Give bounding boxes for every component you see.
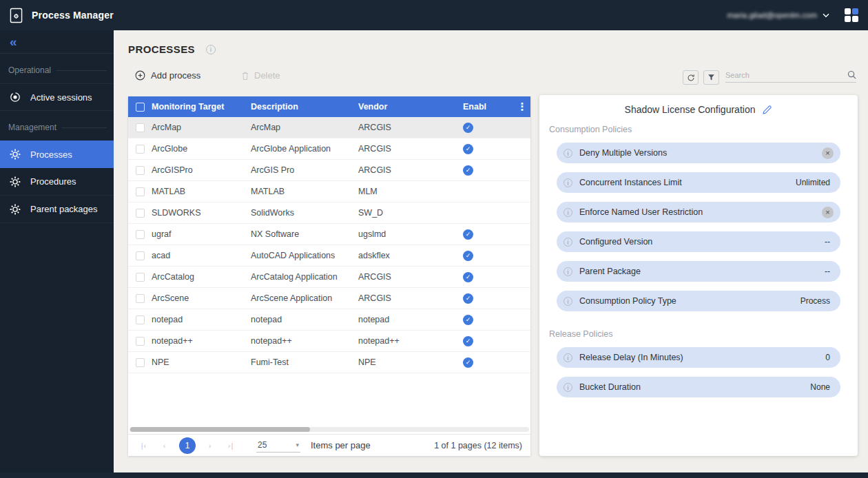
apps-grid-icon[interactable]: [845, 8, 858, 22]
search-input[interactable]: [725, 71, 847, 79]
next-page-button[interactable]: ›: [200, 441, 220, 450]
row-checkbox[interactable]: [136, 123, 145, 132]
cell-vendor: SW_D: [358, 208, 463, 218]
sidebar-item-parent-packages[interactable]: Parent packages: [0, 196, 114, 223]
delete-button[interactable]: Delete: [241, 70, 280, 81]
cell-enabled: ✓: [463, 357, 530, 368]
cell-enabled: ✓: [463, 229, 530, 240]
search-icon[interactable]: [847, 70, 856, 79]
enabled-check-icon: ✓: [463, 229, 473, 240]
last-page-button[interactable]: ›|: [220, 441, 241, 450]
policy-value: 0: [825, 353, 830, 362]
table-row[interactable]: ugrafNX Softwareugslmd✓: [128, 224, 530, 245]
items-per-page-label: Items per page: [311, 440, 371, 450]
info-icon[interactable]: i: [564, 383, 572, 392]
column-header-monitoring-target[interactable]: Monitoring Target: [152, 102, 251, 112]
info-icon[interactable]: i: [564, 297, 572, 306]
policy-pill[interactable]: iConfigured Version--: [557, 231, 840, 252]
sidebar-item-label: Procedures: [30, 176, 76, 187]
table-row[interactable]: SLDWORKSSolidWorksSW_D: [128, 202, 530, 224]
horizontal-scrollbar-thumb[interactable]: [130, 427, 310, 432]
sidebar-item-procedures[interactable]: Procedures: [0, 168, 114, 196]
info-icon[interactable]: i: [564, 267, 572, 276]
sidebar-section-management: Management: [0, 123, 114, 132]
column-header-vendor[interactable]: Vendor: [358, 102, 463, 112]
table-row[interactable]: ArcGlobeArcGlobe ApplicationARCGIS✓: [128, 138, 530, 160]
row-checkbox-cell: [128, 358, 152, 367]
select-all-checkbox[interactable]: [136, 103, 145, 112]
previous-page-button[interactable]: ‹: [154, 441, 175, 450]
cell-description: MATLAB: [251, 187, 358, 196]
row-checkbox[interactable]: [136, 315, 145, 324]
policy-pill[interactable]: iParent Package--: [557, 261, 840, 282]
table-row[interactable]: notepad++notepad++notepad++✓: [128, 331, 530, 352]
sidebar-item-processes[interactable]: Processes: [0, 141, 114, 168]
table-row[interactable]: MATLABMATLABMLM: [128, 181, 530, 202]
sidebar-item-active-sessions[interactable]: Active sessions: [0, 83, 114, 111]
policy-value: --: [825, 237, 830, 247]
cell-vendor: ARCGIS: [358, 272, 463, 282]
apps-grid-tile: [845, 8, 851, 14]
table-row[interactable]: ArcSceneArcScene ApplicationARCGIS✓: [128, 288, 530, 309]
row-checkbox[interactable]: [136, 187, 145, 196]
filter-button[interactable]: [703, 70, 719, 85]
consumption-policies-list: iDeny Multiple Versions×iConcurrent Inst…: [539, 143, 858, 311]
column-menu-kebab-icon[interactable]: ⋮: [517, 96, 528, 117]
table-row[interactable]: ArcGISProArcGIS ProARCGIS✓: [128, 160, 530, 181]
row-checkbox[interactable]: [136, 358, 145, 367]
edit-pencil-icon[interactable]: [762, 105, 772, 115]
row-checkbox-cell: [128, 294, 152, 303]
row-checkbox[interactable]: [136, 273, 145, 282]
user-menu-chevron-down-icon[interactable]: [823, 13, 829, 18]
info-icon[interactable]: i: [564, 149, 572, 158]
pagination-summary: 1 of 1 pages (12 items): [434, 441, 522, 450]
sidebar-item-label: Processes: [30, 149, 72, 160]
policy-pill[interactable]: iConcurrent Instances LimitUnlimited: [557, 172, 840, 193]
cell-enabled: ✓: [463, 271, 530, 282]
info-icon[interactable]: i: [564, 178, 572, 187]
add-process-button[interactable]: Add process: [135, 70, 200, 81]
column-header-description[interactable]: Description: [251, 102, 358, 112]
current-page-button[interactable]: 1: [179, 437, 196, 454]
row-checkbox[interactable]: [136, 251, 145, 260]
enabled-check-icon: ✓: [463, 123, 473, 133]
table-row[interactable]: acadAutoCAD Applicationsadskflex✓: [128, 245, 530, 267]
first-page-button[interactable]: |‹: [134, 441, 154, 450]
info-icon[interactable]: i: [564, 208, 572, 217]
row-checkbox[interactable]: [136, 337, 145, 346]
enabled-check-icon: ✓: [463, 272, 473, 282]
row-checkbox[interactable]: [136, 166, 145, 175]
policy-off-x-icon[interactable]: ×: [822, 207, 834, 218]
policy-label: Parent Package: [579, 267, 825, 276]
shadow-license-panel: Shadow License Configuration Consumption…: [539, 95, 858, 456]
trash-icon: [241, 71, 249, 81]
section-label-text: Management: [8, 123, 56, 132]
table-row[interactable]: ArcCatalogArcCatalog ApplicationARCGIS✓: [128, 267, 530, 288]
table-row[interactable]: notepadnotepadnotepad✓: [128, 309, 530, 331]
row-checkbox-cell: [128, 315, 152, 324]
info-icon[interactable]: i: [564, 238, 572, 247]
user-email: maria.gilad@openlm.com: [727, 11, 817, 19]
policy-pill[interactable]: iRelease Delay (In Minutes)0: [557, 347, 840, 368]
row-checkbox[interactable]: [136, 294, 145, 303]
policy-off-x-icon[interactable]: ×: [822, 147, 834, 159]
row-checkbox[interactable]: [136, 230, 145, 239]
enabled-check-icon: ✓: [463, 336, 473, 346]
table-row[interactable]: ArcMapArcMapARCGIS✓: [128, 117, 530, 138]
policy-pill[interactable]: iDeny Multiple Versions×: [557, 143, 840, 163]
page-size-select[interactable]: 25 ▾: [256, 439, 300, 453]
info-icon[interactable]: i: [564, 353, 572, 362]
policy-pill[interactable]: iBucket DurationNone: [557, 377, 840, 397]
policy-pill[interactable]: iConsumption Policy TypeProcess: [557, 291, 840, 311]
collapse-sidebar-icon[interactable]: «: [10, 35, 17, 48]
table-row[interactable]: NPEFumi-TestNPE✓: [128, 352, 530, 373]
cell-vendor: ARCGIS: [358, 293, 463, 303]
row-checkbox[interactable]: [136, 209, 145, 218]
row-checkbox[interactable]: [136, 145, 145, 154]
horizontal-scrollbar-track[interactable]: [130, 427, 529, 432]
policy-pill[interactable]: iEnforce Named User Restriction×: [557, 202, 840, 222]
refresh-button[interactable]: [683, 70, 699, 85]
row-checkbox-cell: [128, 230, 152, 239]
gear-icon: [10, 204, 21, 215]
page-info-icon[interactable]: i: [206, 45, 216, 54]
